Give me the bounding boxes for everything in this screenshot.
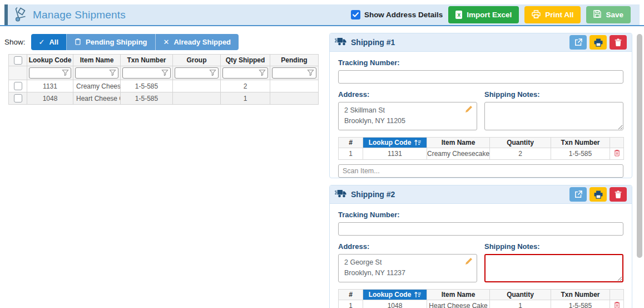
external-link-icon — [574, 190, 582, 198]
shipment-items-table: # Lookup Code Item Name Quantity Txn — [338, 137, 624, 160]
cell-lookup-code: 1131 — [27, 80, 73, 92]
column-header-lookup-code-sorted[interactable]: Lookup Code — [363, 138, 427, 148]
edit-address-icon[interactable] — [465, 257, 473, 268]
sort-ascending-icon — [414, 139, 421, 146]
select-all-checkbox[interactable] — [14, 56, 22, 65]
cell-txn-number: 1-5-585 — [551, 148, 610, 160]
cell-num: 1 — [339, 148, 363, 160]
shipping-notes-textarea-error[interactable] — [484, 254, 623, 282]
cell-lookup-code: 1131 — [363, 148, 427, 160]
select-all-cell — [9, 55, 27, 66]
tracking-number-input[interactable] — [338, 70, 623, 84]
funnel-icon — [161, 69, 169, 76]
table-filter-row — [9, 66, 319, 80]
column-header-lookup-code-sorted[interactable]: Lookup Code — [363, 290, 427, 300]
edit-address-icon[interactable] — [465, 105, 473, 116]
remove-item-button[interactable] — [610, 148, 624, 160]
column-header-txn-number[interactable]: Txn Number — [551, 138, 610, 148]
column-header-item-name[interactable]: Item Name — [427, 138, 490, 148]
column-header-lookup-code[interactable]: Lookup Code — [27, 55, 73, 66]
filter-all-button[interactable]: ✓ All — [31, 34, 67, 50]
check-icon — [353, 12, 359, 17]
import-excel-button[interactable]: x Import Excel — [448, 6, 519, 23]
column-header-group[interactable]: Group — [173, 55, 221, 66]
remove-item-button[interactable] — [610, 300, 624, 308]
open-shipment-button[interactable] — [569, 187, 587, 202]
column-header-quantity[interactable]: Quantity — [490, 290, 551, 300]
cell-quantity: 1 — [490, 300, 551, 308]
save-button[interactable]: Save — [586, 6, 631, 23]
show-address-details-label: Show Address Details — [364, 11, 443, 19]
page-title-group: Manage Shipments — [8, 6, 126, 24]
table-row[interactable]: 1048 Heart Cheese Cake 1-5-585 1 — [9, 92, 319, 105]
shipping-card-1-body: Tracking Number: Address: 2 Skillman St … — [330, 52, 632, 178]
cell-group — [173, 80, 221, 92]
cell-quantity: 2 — [490, 148, 551, 160]
row-checkbox[interactable] — [14, 94, 22, 102]
address-box: 2 Skillman St Brooklyn, NY 11205 — [338, 102, 477, 130]
column-header-pending[interactable]: Pending — [270, 55, 319, 66]
print-shipment-button[interactable] — [589, 187, 607, 202]
shipping-notes-textarea[interactable] — [484, 102, 623, 130]
show-address-details-toggle[interactable]: Show Address Details — [351, 10, 443, 19]
column-header-txn-number[interactable]: Txn Number — [121, 55, 173, 66]
table-header-row: Lookup Code Item Name Txn Number Group Q… — [9, 55, 319, 66]
shipping-card-2-header: Shipping #2 — [330, 185, 632, 204]
cell-pending — [270, 80, 319, 92]
column-header-item-name[interactable]: Item Name — [427, 290, 490, 300]
cell-lookup-code: 1048 — [27, 92, 73, 105]
header-actions: Show Address Details x Import Excel Prin… — [351, 6, 640, 23]
cell-txn-number: 1-5-585 — [121, 80, 173, 92]
show-address-details-checkbox[interactable] — [351, 10, 360, 19]
cell-num: 1 — [339, 300, 363, 308]
filter-pending-shipping-button[interactable]: Pending Shipping — [67, 34, 156, 50]
funnel-icon — [62, 69, 69, 76]
cell-qty-shipped: 2 — [221, 80, 270, 92]
printer-icon — [594, 38, 603, 47]
shipping-card-1: Shipping #1 — [329, 33, 632, 178]
tracking-number-input[interactable] — [338, 222, 623, 236]
open-shipment-button[interactable] — [569, 35, 587, 50]
truck-icon — [335, 37, 346, 47]
filter-shipped-label: Already Shipped — [174, 38, 231, 46]
scan-item-input[interactable] — [338, 164, 623, 178]
funnel-icon — [259, 69, 266, 76]
card-action-buttons — [569, 35, 627, 50]
print-shipment-button[interactable] — [589, 35, 607, 50]
cell-qty-shipped: 1 — [221, 92, 270, 105]
funnel-icon — [109, 69, 116, 76]
cell-item-name: Creamy Cheesecake — [73, 80, 121, 92]
column-header-num[interactable]: # — [339, 138, 363, 148]
column-header-num[interactable]: # — [339, 290, 363, 300]
address-label: Address: — [338, 242, 477, 251]
shipping-card-2: Shipping #2 — [329, 185, 632, 308]
delete-shipment-button[interactable] — [610, 187, 627, 202]
shipping-notes-label: Shipping Notes: — [484, 242, 623, 251]
print-all-button[interactable]: Print All — [524, 6, 581, 23]
show-label: Show: — [4, 38, 26, 46]
column-header-qty-shipped[interactable]: Qty Shipped — [221, 55, 270, 66]
trash-icon — [614, 301, 620, 308]
delete-shipment-button[interactable] — [610, 35, 627, 50]
column-header-txn-number[interactable]: Txn Number — [551, 290, 610, 300]
cell-group — [173, 92, 221, 105]
cell-item-name: Heart Cheese Cake — [73, 92, 121, 105]
manage-shipments-page: Manage Shipments Show Address Details x … — [0, 0, 644, 308]
tracking-number-label: Tracking Number: — [338, 58, 623, 67]
cell-item-name: Heart Cheese Cake — [427, 300, 490, 308]
pending-items-table: Lookup Code Item Name Txn Number Group Q… — [8, 54, 319, 105]
trash-icon — [615, 190, 622, 198]
funnel-icon — [307, 69, 314, 76]
shipment-item-row: 1 1048 Heart Cheese Cake 1 1-5-585 — [339, 300, 624, 308]
column-header-item-name[interactable]: Item Name — [73, 55, 121, 66]
column-header-quantity[interactable]: Quantity — [490, 138, 551, 148]
vertical-scrollbar[interactable] — [637, 34, 642, 258]
shipping-card-title: Shipping #2 — [351, 190, 395, 199]
shipment-items-table: # Lookup Code Item Name Quantity Txn — [338, 289, 624, 308]
filter-already-shipped-button[interactable]: ✕ Already Shipped — [156, 34, 239, 50]
cell-txn-number: 1-5-585 — [551, 300, 610, 308]
address-line2: Brooklyn, NY 11237 — [344, 268, 462, 278]
shipping-card-title: Shipping #1 — [351, 38, 395, 47]
row-checkbox[interactable] — [14, 82, 22, 90]
table-row[interactable]: 1131 Creamy Cheesecake 1-5-585 2 — [9, 80, 319, 92]
